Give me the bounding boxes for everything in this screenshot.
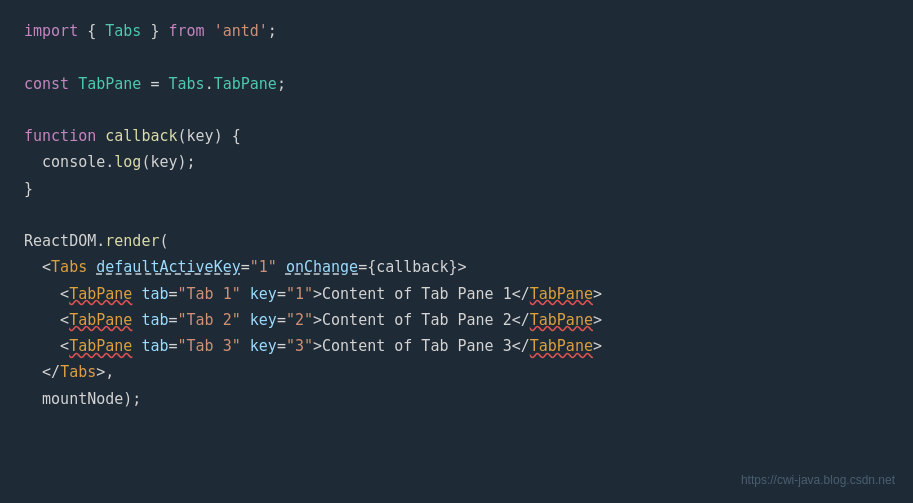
code-line: </Tabs>, [24, 359, 889, 385]
code-line: <TabPane tab="Tab 1" key="1">Content of … [24, 281, 889, 307]
watermark: https://cwi-java.blog.csdn.net [741, 470, 895, 491]
code-line: mountNode); [24, 386, 889, 412]
code-editor: import { Tabs } from 'antd'; const TabPa… [0, 0, 913, 503]
code-line: <TabPane tab="Tab 3" key="3">Content of … [24, 333, 889, 359]
code-line: <Tabs defaultActiveKey="1" onChange={cal… [24, 254, 889, 280]
code-line: } [24, 176, 889, 202]
code-line: const TabPane = Tabs.TabPane; [24, 71, 889, 97]
code-block: import { Tabs } from 'antd'; const TabPa… [24, 18, 889, 412]
code-line [24, 202, 889, 228]
code-line: import { Tabs } from 'antd'; [24, 18, 889, 44]
code-line [24, 44, 889, 70]
code-line: console.log(key); [24, 149, 889, 175]
code-line: <TabPane tab="Tab 2" key="2">Content of … [24, 307, 889, 333]
code-line: ReactDOM.render( [24, 228, 889, 254]
code-line: function callback(key) { [24, 123, 889, 149]
code-line [24, 97, 889, 123]
